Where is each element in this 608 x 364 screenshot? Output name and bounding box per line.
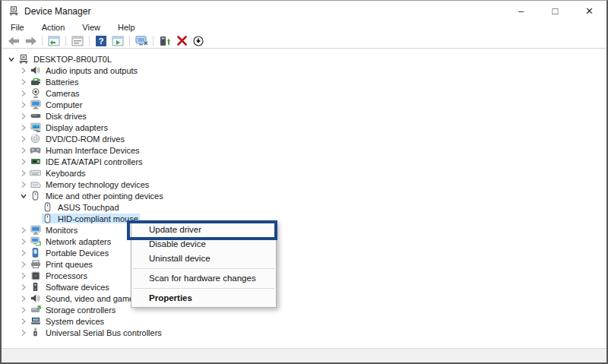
chip-icon [30,157,41,166]
tree-item-asus-touchpad[interactable]: ASUS Touchpad [2,201,606,213]
context-menu-properties[interactable]: Properties [131,291,276,305]
tree-item-label: Network adapters [44,237,112,246]
back-icon[interactable] [7,35,21,47]
context-menu-update-driver[interactable]: Update driver [131,223,276,237]
tree-item-computer-root[interactable]: DESKTOP-8R0UT0L [2,53,606,65]
usb-icon [30,328,41,337]
svg-text:?: ? [99,36,104,46]
tree-item-cameras[interactable]: Cameras [2,87,606,99]
menu-view[interactable]: View [80,22,103,33]
chevron-right-icon[interactable] [17,135,30,144]
chevron-down-icon[interactable] [17,191,30,201]
context-menu-disable-device[interactable]: Disable device [131,237,276,252]
tree-item-display-adapters[interactable]: Display adapters [2,122,606,133]
menu-help[interactable]: Help [116,22,138,33]
tree-item-ide[interactable]: IDE ATA/ATAPI controllers [2,156,606,167]
computer-icon [17,54,29,64]
portable-device-icon [30,248,41,258]
context-menu-scan-hardware-changes[interactable]: Scan for hardware changes [131,271,276,286]
tree-item-label: Display adapters [44,123,109,132]
tree-item-dvd[interactable]: DVD/CD-ROM drives [2,133,606,144]
chevron-right-icon[interactable] [17,305,30,315]
console-tree-icon[interactable] [47,35,61,47]
menu-action[interactable]: Action [40,22,68,33]
tree-item-monitors[interactable]: Monitors [2,224,606,236]
chevron-right-icon[interactable] [17,157,30,166]
chevron-right-icon[interactable] [17,146,30,155]
title-bar: Device Manager – □ ✕ [2,1,606,21]
chevron-right-icon[interactable] [17,180,30,189]
tree-item-disk-drives[interactable]: Disk drives [2,110,606,122]
disc-icon [30,134,41,144]
tree-item-label: Memory technology devices [44,180,150,189]
chevron-right-icon[interactable] [17,283,30,292]
tree-item-processors[interactable]: Processors [2,270,606,281]
memory-card-icon [30,179,41,189]
chevron-right-icon[interactable] [17,271,30,280]
context-menu-separator [133,288,274,289]
chevron-right-icon[interactable] [17,317,30,326]
chevron-right-icon[interactable] [17,78,30,87]
tree-item-print-queues[interactable]: Print queues [2,258,606,270]
tree-item-hid[interactable]: Human Interface Devices [2,144,606,156]
storage-icon [30,305,41,315]
scan-hardware-icon[interactable] [135,35,148,47]
context-menu: Update driver Disable device Uninstall d… [131,220,277,308]
properties-icon[interactable] [71,35,84,47]
tree-item-hid-compliant-mouse[interactable]: HID-compliant mouse [2,213,606,224]
help-icon[interactable]: ? [94,35,108,47]
monitor-icon [30,100,41,109]
tree-item-computer[interactable]: Computer [2,99,606,110]
chevron-right-icon[interactable] [17,123,30,132]
chevron-right-icon[interactable] [17,66,30,75]
update-driver-icon[interactable] [158,35,172,47]
tree-item-storage-controllers[interactable]: Storage controllers [2,304,606,315]
tree-item-audio[interactable]: Audio inputs and outputs [2,65,606,76]
tree-item-mice[interactable]: Mice and other pointing devices [2,190,606,201]
chevron-right-icon[interactable] [17,248,30,258]
tree-item-label: Batteries [44,78,80,87]
maximize-button[interactable]: □ [538,1,572,21]
tree-item-usb-controllers[interactable]: Universal Serial Bus controllers [2,327,606,338]
chevron-right-icon[interactable] [17,237,30,246]
tree-item-sound[interactable]: Sound, video and game controllers [2,293,606,304]
forward-icon[interactable] [24,35,37,47]
chevron-right-icon[interactable] [17,260,30,269]
tree-item-system-devices[interactable]: System devices [2,315,606,327]
toolbar-separator [129,36,130,46]
tree-item-memory[interactable]: Memory technology devices [2,179,606,190]
tree-item-keyboards[interactable]: Keyboards [2,167,606,179]
chevron-down-icon[interactable] [5,55,17,64]
tree-item-label: Universal Serial Bus controllers [44,328,163,337]
camera-icon [30,88,41,98]
status-bar [2,348,606,362]
network-adapter-icon [30,236,41,246]
action-pane-icon[interactable] [111,35,125,47]
chevron-right-icon[interactable] [17,112,30,121]
menu-file[interactable]: File [8,22,27,33]
tree-item-label: Monitors [44,226,79,235]
mouse-icon [42,202,53,212]
tree-item-batteries[interactable]: Batteries [2,76,606,87]
close-button[interactable]: ✕ [572,1,606,21]
context-menu-separator [133,268,274,269]
minimize-button[interactable]: – [504,1,538,21]
context-menu-uninstall-device[interactable]: Uninstall device [131,252,276,266]
tree-item-software-devices[interactable]: Software devices [2,281,606,293]
chevron-right-icon[interactable] [17,328,30,337]
monitor-icon [30,225,41,235]
toolbar-separator [42,36,43,46]
disable-device-icon[interactable] [192,35,205,47]
chevron-right-icon[interactable] [17,100,30,109]
tree-item-label: Computer [44,100,84,109]
chevron-right-icon[interactable] [17,226,30,235]
speaker-icon [30,65,41,75]
uninstall-device-icon[interactable] [175,35,188,47]
tree-item-portable-devices[interactable]: Portable Devices [2,247,606,258]
chevron-right-icon[interactable] [17,89,30,98]
tree-item-network-adapters[interactable]: Network adapters [2,236,606,247]
system-device-icon [30,316,41,326]
chevron-right-icon[interactable] [17,294,30,303]
chevron-right-icon[interactable] [17,169,30,178]
software-device-icon [30,282,41,292]
